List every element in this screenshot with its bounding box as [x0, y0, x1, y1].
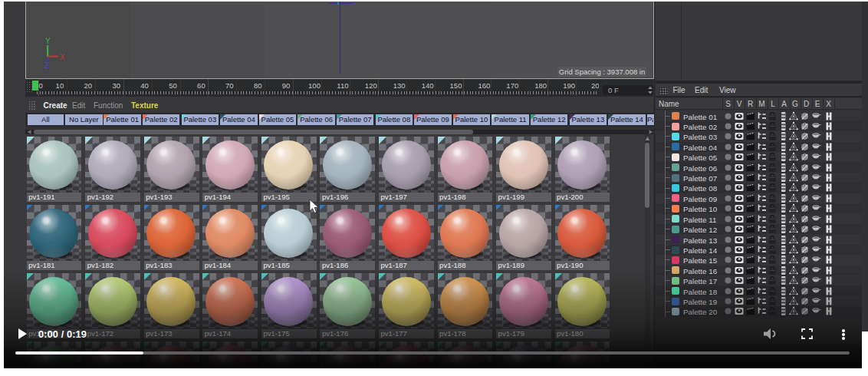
svg-text:Y: Y — [45, 37, 51, 45]
svg-text:X: X — [60, 53, 65, 61]
svg-text:Z: Z — [44, 61, 49, 70]
